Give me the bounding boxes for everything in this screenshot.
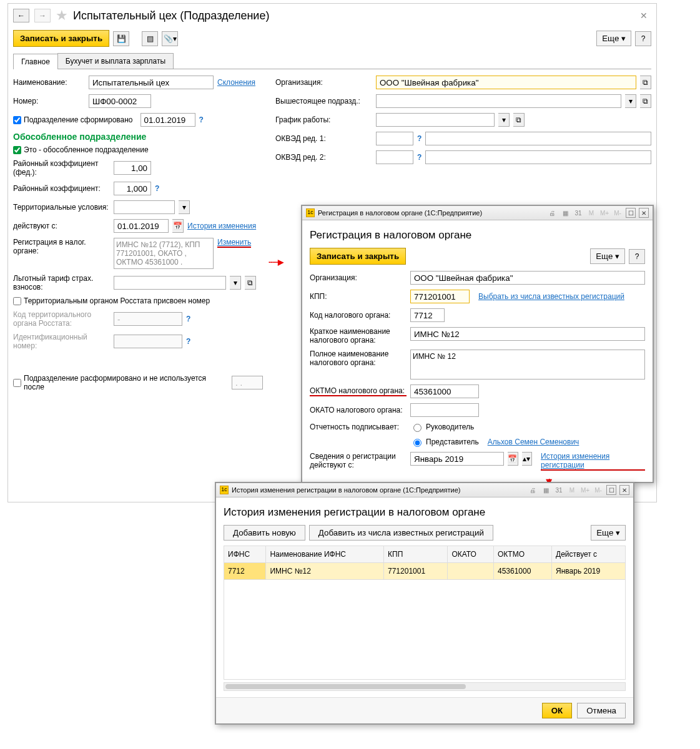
calendar-icon[interactable]: 📅 (172, 219, 184, 233)
col-okato: ОКАТО (448, 546, 494, 563)
region-fed-input[interactable] (114, 161, 151, 175)
calc-icon[interactable]: ▦ (560, 208, 570, 218)
rosstat-label: Территориальным органом Росстата присвое… (24, 296, 210, 305)
declension-link[interactable]: Склонения (217, 78, 255, 87)
history-table[interactable]: ИФНС Наименование ИФНС КПП ОКАТО ОКТМО Д… (224, 546, 626, 580)
calendar-icon[interactable]: 31 (573, 208, 583, 218)
more-button[interactable]: Еще ▾ (590, 248, 625, 264)
number-input[interactable] (89, 94, 151, 108)
favorite-star-icon[interactable]: ★ (56, 7, 68, 24)
dropdown-icon[interactable]: ▾ (625, 94, 636, 108)
print-icon[interactable]: 🖨 (547, 208, 557, 218)
oktmo-input[interactable] (410, 384, 479, 398)
okved2-text[interactable] (425, 150, 651, 164)
org-input[interactable] (376, 76, 636, 89)
help-icon[interactable]: ? (199, 115, 204, 124)
radio-manager[interactable] (413, 424, 421, 432)
more-button[interactable]: Еще ▾ (596, 31, 631, 46)
horizontal-scrollbar[interactable] (224, 682, 626, 691)
m-minus-icon: M- (613, 208, 623, 218)
tab-main[interactable]: Главное (13, 54, 58, 69)
history-link[interactable]: История изменения регистрации (541, 452, 645, 471)
okato-input[interactable] (410, 403, 479, 417)
open-icon[interactable]: ⧉ (640, 94, 651, 108)
validfrom-label: Сведения о регистрации действуют с: (310, 452, 407, 469)
help-icon[interactable]: ? (155, 184, 159, 193)
disband-label: Подразделение расформировано и не исполь… (24, 374, 224, 391)
rosstat-checkbox[interactable] (13, 297, 21, 305)
valid-date-input[interactable] (114, 219, 169, 233)
representative-link[interactable]: Альхов Семен Семенович (488, 438, 579, 446)
org-input[interactable] (410, 271, 645, 285)
help-icon[interactable]: ? (417, 153, 421, 162)
full-input[interactable]: ИМНС № 12 (410, 350, 645, 379)
m-icon: M (567, 485, 577, 495)
spinner-icon[interactable]: ▴▾ (522, 452, 533, 466)
print-icon[interactable]: 🖨 (528, 485, 538, 495)
open-icon[interactable]: ⧉ (245, 276, 256, 290)
tab-accounting[interactable]: Бухучет и выплата зарплаты (57, 53, 174, 69)
col-name: Наименование ИФНС (266, 546, 384, 563)
help-icon[interactable]: ? (417, 134, 421, 143)
okved1-text[interactable] (425, 132, 651, 145)
select-known-link[interactable]: Выбрать из числа известных регистраций (478, 292, 624, 301)
close-icon[interactable]: ✕ (619, 485, 629, 495)
close-icon[interactable]: ✕ (636, 11, 651, 21)
page-title: Испытательный цех (Подразделение) (73, 9, 269, 22)
dropdown-icon[interactable]: ▾ (230, 276, 241, 290)
calendar-icon[interactable]: 31 (554, 485, 564, 495)
cancel-button[interactable]: Отмена (577, 703, 626, 718)
help-button[interactable]: ? (635, 31, 651, 46)
add-known-button[interactable]: Добавить из числа известных регистраций (309, 525, 493, 541)
reg-textarea[interactable]: ИМНС №12 (7712), КПП 771201001, ОКАТО , … (114, 238, 214, 269)
save-close-button[interactable]: Записать и закрыть (13, 30, 109, 47)
back-button[interactable]: ← (13, 9, 29, 22)
kpp-input[interactable] (410, 290, 470, 303)
dropdown-icon[interactable]: ▾ (179, 200, 190, 214)
change-link[interactable]: Изменить (217, 238, 251, 248)
validfrom-input[interactable] (410, 452, 504, 466)
app-icon: 1c (306, 208, 315, 217)
save-close-button[interactable]: Записать и закрыть (310, 248, 406, 265)
tariff-input[interactable] (114, 276, 226, 290)
maximize-icon[interactable]: ☐ (606, 485, 616, 495)
code-input[interactable] (410, 308, 445, 322)
m-icon: M (586, 208, 596, 218)
table-row[interactable]: 7712 ИМНС №12 771201001 45361000 Январь … (224, 563, 626, 580)
attach-icon-button[interactable]: 📎▾ (162, 31, 178, 46)
close-icon[interactable]: ✕ (639, 208, 649, 218)
dropdown-icon[interactable]: ▾ (498, 113, 510, 127)
formed-checkbox[interactable] (13, 116, 21, 124)
forward-button[interactable]: → (34, 9, 51, 22)
terr-input[interactable] (114, 200, 175, 214)
okved1-code[interactable] (376, 132, 413, 145)
ok-button[interactable]: ОК (542, 703, 573, 718)
help-icon[interactable]: ? (186, 337, 190, 346)
region-input[interactable] (114, 182, 151, 195)
name-input[interactable] (89, 76, 214, 89)
parent-input[interactable] (376, 94, 621, 108)
maximize-icon[interactable]: ☐ (626, 208, 636, 218)
more-button[interactable]: Еще ▾ (591, 525, 626, 541)
help-button[interactable]: ? (629, 249, 645, 264)
okved2-code[interactable] (376, 150, 413, 164)
help-icon[interactable]: ? (186, 315, 190, 323)
okato-label: ОКАТО налогового органа: (310, 406, 407, 414)
separate-checkbox[interactable] (13, 146, 21, 154)
formed-date-input[interactable] (140, 113, 195, 127)
open-icon[interactable]: ⧉ (640, 76, 651, 89)
short-input[interactable] (410, 327, 645, 341)
calendar-icon[interactable]: 📅 (508, 452, 518, 466)
schedule-input[interactable] (376, 113, 495, 127)
sign-label: Отчетность подписывает: (310, 423, 407, 431)
calc-icon[interactable]: ▦ (541, 485, 551, 495)
history-link[interactable]: История изменения (187, 222, 256, 230)
radio-representative[interactable] (413, 439, 421, 447)
list-icon-button[interactable]: ▤ (142, 31, 158, 46)
open-icon[interactable]: ⧉ (513, 113, 525, 127)
add-new-button[interactable]: Добавить новую (224, 525, 305, 541)
disband-date (232, 376, 263, 389)
disband-checkbox[interactable] (13, 379, 21, 387)
col-from: Действует с (552, 546, 626, 563)
save-icon-button[interactable]: 💾 (113, 31, 129, 46)
